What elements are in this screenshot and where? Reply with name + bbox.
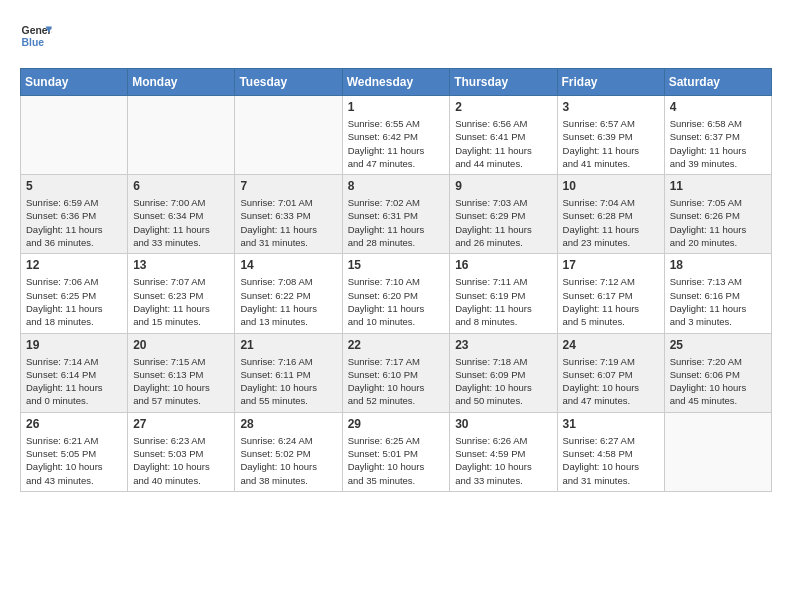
day-info: Sunrise: 7:14 AM Sunset: 6:14 PM Dayligh… — [26, 355, 122, 408]
calendar-cell: 5Sunrise: 6:59 AM Sunset: 6:36 PM Daylig… — [21, 175, 128, 254]
day-number: 28 — [240, 417, 336, 431]
day-number: 22 — [348, 338, 445, 352]
day-info: Sunrise: 7:06 AM Sunset: 6:25 PM Dayligh… — [26, 275, 122, 328]
day-number: 2 — [455, 100, 551, 114]
calendar-week-2: 5Sunrise: 6:59 AM Sunset: 6:36 PM Daylig… — [21, 175, 772, 254]
day-info: Sunrise: 6:26 AM Sunset: 4:59 PM Dayligh… — [455, 434, 551, 487]
day-info: Sunrise: 7:01 AM Sunset: 6:33 PM Dayligh… — [240, 196, 336, 249]
calendar-cell: 16Sunrise: 7:11 AM Sunset: 6:19 PM Dayli… — [450, 254, 557, 333]
page-header: General Blue — [20, 20, 772, 52]
calendar-cell: 13Sunrise: 7:07 AM Sunset: 6:23 PM Dayli… — [128, 254, 235, 333]
calendar-cell: 26Sunrise: 6:21 AM Sunset: 5:05 PM Dayli… — [21, 412, 128, 491]
calendar-cell — [664, 412, 771, 491]
calendar-cell: 6Sunrise: 7:00 AM Sunset: 6:34 PM Daylig… — [128, 175, 235, 254]
day-info: Sunrise: 7:19 AM Sunset: 6:07 PM Dayligh… — [563, 355, 659, 408]
calendar-cell: 27Sunrise: 6:23 AM Sunset: 5:03 PM Dayli… — [128, 412, 235, 491]
calendar-cell: 4Sunrise: 6:58 AM Sunset: 6:37 PM Daylig… — [664, 96, 771, 175]
day-info: Sunrise: 7:02 AM Sunset: 6:31 PM Dayligh… — [348, 196, 445, 249]
day-info: Sunrise: 6:27 AM Sunset: 4:58 PM Dayligh… — [563, 434, 659, 487]
day-info: Sunrise: 7:05 AM Sunset: 6:26 PM Dayligh… — [670, 196, 766, 249]
day-info: Sunrise: 6:25 AM Sunset: 5:01 PM Dayligh… — [348, 434, 445, 487]
day-number: 18 — [670, 258, 766, 272]
day-number: 31 — [563, 417, 659, 431]
col-header-thursday: Thursday — [450, 69, 557, 96]
calendar-cell — [128, 96, 235, 175]
calendar-week-3: 12Sunrise: 7:06 AM Sunset: 6:25 PM Dayli… — [21, 254, 772, 333]
day-number: 23 — [455, 338, 551, 352]
day-number: 26 — [26, 417, 122, 431]
day-number: 8 — [348, 179, 445, 193]
svg-text:Blue: Blue — [22, 37, 45, 48]
calendar-cell: 1Sunrise: 6:55 AM Sunset: 6:42 PM Daylig… — [342, 96, 450, 175]
day-number: 17 — [563, 258, 659, 272]
calendar-cell: 2Sunrise: 6:56 AM Sunset: 6:41 PM Daylig… — [450, 96, 557, 175]
day-number: 15 — [348, 258, 445, 272]
day-info: Sunrise: 7:12 AM Sunset: 6:17 PM Dayligh… — [563, 275, 659, 328]
col-header-wednesday: Wednesday — [342, 69, 450, 96]
calendar-cell: 22Sunrise: 7:17 AM Sunset: 6:10 PM Dayli… — [342, 333, 450, 412]
calendar-cell: 20Sunrise: 7:15 AM Sunset: 6:13 PM Dayli… — [128, 333, 235, 412]
calendar-cell: 7Sunrise: 7:01 AM Sunset: 6:33 PM Daylig… — [235, 175, 342, 254]
calendar-cell: 31Sunrise: 6:27 AM Sunset: 4:58 PM Dayli… — [557, 412, 664, 491]
day-number: 13 — [133, 258, 229, 272]
col-header-friday: Friday — [557, 69, 664, 96]
day-number: 1 — [348, 100, 445, 114]
calendar-cell — [21, 96, 128, 175]
day-number: 30 — [455, 417, 551, 431]
day-info: Sunrise: 7:00 AM Sunset: 6:34 PM Dayligh… — [133, 196, 229, 249]
day-info: Sunrise: 7:08 AM Sunset: 6:22 PM Dayligh… — [240, 275, 336, 328]
day-info: Sunrise: 7:17 AM Sunset: 6:10 PM Dayligh… — [348, 355, 445, 408]
calendar-cell: 21Sunrise: 7:16 AM Sunset: 6:11 PM Dayli… — [235, 333, 342, 412]
day-info: Sunrise: 6:57 AM Sunset: 6:39 PM Dayligh… — [563, 117, 659, 170]
day-info: Sunrise: 7:20 AM Sunset: 6:06 PM Dayligh… — [670, 355, 766, 408]
day-number: 19 — [26, 338, 122, 352]
day-info: Sunrise: 6:59 AM Sunset: 6:36 PM Dayligh… — [26, 196, 122, 249]
day-number: 4 — [670, 100, 766, 114]
day-number: 27 — [133, 417, 229, 431]
calendar-cell: 17Sunrise: 7:12 AM Sunset: 6:17 PM Dayli… — [557, 254, 664, 333]
day-info: Sunrise: 6:56 AM Sunset: 6:41 PM Dayligh… — [455, 117, 551, 170]
day-info: Sunrise: 7:16 AM Sunset: 6:11 PM Dayligh… — [240, 355, 336, 408]
calendar-week-1: 1Sunrise: 6:55 AM Sunset: 6:42 PM Daylig… — [21, 96, 772, 175]
calendar-cell: 3Sunrise: 6:57 AM Sunset: 6:39 PM Daylig… — [557, 96, 664, 175]
day-info: Sunrise: 7:18 AM Sunset: 6:09 PM Dayligh… — [455, 355, 551, 408]
day-number: 14 — [240, 258, 336, 272]
day-number: 16 — [455, 258, 551, 272]
col-header-saturday: Saturday — [664, 69, 771, 96]
day-number: 29 — [348, 417, 445, 431]
calendar-header-row: SundayMondayTuesdayWednesdayThursdayFrid… — [21, 69, 772, 96]
logo: General Blue — [20, 20, 52, 52]
calendar-table: SundayMondayTuesdayWednesdayThursdayFrid… — [20, 68, 772, 492]
col-header-sunday: Sunday — [21, 69, 128, 96]
calendar-cell: 11Sunrise: 7:05 AM Sunset: 6:26 PM Dayli… — [664, 175, 771, 254]
day-number: 6 — [133, 179, 229, 193]
calendar-cell: 12Sunrise: 7:06 AM Sunset: 6:25 PM Dayli… — [21, 254, 128, 333]
calendar-cell — [235, 96, 342, 175]
calendar-cell: 30Sunrise: 6:26 AM Sunset: 4:59 PM Dayli… — [450, 412, 557, 491]
day-info: Sunrise: 7:13 AM Sunset: 6:16 PM Dayligh… — [670, 275, 766, 328]
day-info: Sunrise: 6:21 AM Sunset: 5:05 PM Dayligh… — [26, 434, 122, 487]
day-info: Sunrise: 7:03 AM Sunset: 6:29 PM Dayligh… — [455, 196, 551, 249]
calendar-cell: 8Sunrise: 7:02 AM Sunset: 6:31 PM Daylig… — [342, 175, 450, 254]
day-number: 3 — [563, 100, 659, 114]
calendar-cell: 19Sunrise: 7:14 AM Sunset: 6:14 PM Dayli… — [21, 333, 128, 412]
day-number: 9 — [455, 179, 551, 193]
day-info: Sunrise: 6:58 AM Sunset: 6:37 PM Dayligh… — [670, 117, 766, 170]
day-info: Sunrise: 6:23 AM Sunset: 5:03 PM Dayligh… — [133, 434, 229, 487]
day-info: Sunrise: 6:24 AM Sunset: 5:02 PM Dayligh… — [240, 434, 336, 487]
day-number: 10 — [563, 179, 659, 193]
day-info: Sunrise: 7:15 AM Sunset: 6:13 PM Dayligh… — [133, 355, 229, 408]
calendar-week-4: 19Sunrise: 7:14 AM Sunset: 6:14 PM Dayli… — [21, 333, 772, 412]
calendar-cell: 24Sunrise: 7:19 AM Sunset: 6:07 PM Dayli… — [557, 333, 664, 412]
day-number: 12 — [26, 258, 122, 272]
day-number: 21 — [240, 338, 336, 352]
day-number: 25 — [670, 338, 766, 352]
day-number: 5 — [26, 179, 122, 193]
calendar-cell: 25Sunrise: 7:20 AM Sunset: 6:06 PM Dayli… — [664, 333, 771, 412]
day-number: 20 — [133, 338, 229, 352]
day-info: Sunrise: 6:55 AM Sunset: 6:42 PM Dayligh… — [348, 117, 445, 170]
col-header-monday: Monday — [128, 69, 235, 96]
logo-icon: General Blue — [20, 20, 52, 52]
calendar-cell: 23Sunrise: 7:18 AM Sunset: 6:09 PM Dayli… — [450, 333, 557, 412]
day-number: 7 — [240, 179, 336, 193]
